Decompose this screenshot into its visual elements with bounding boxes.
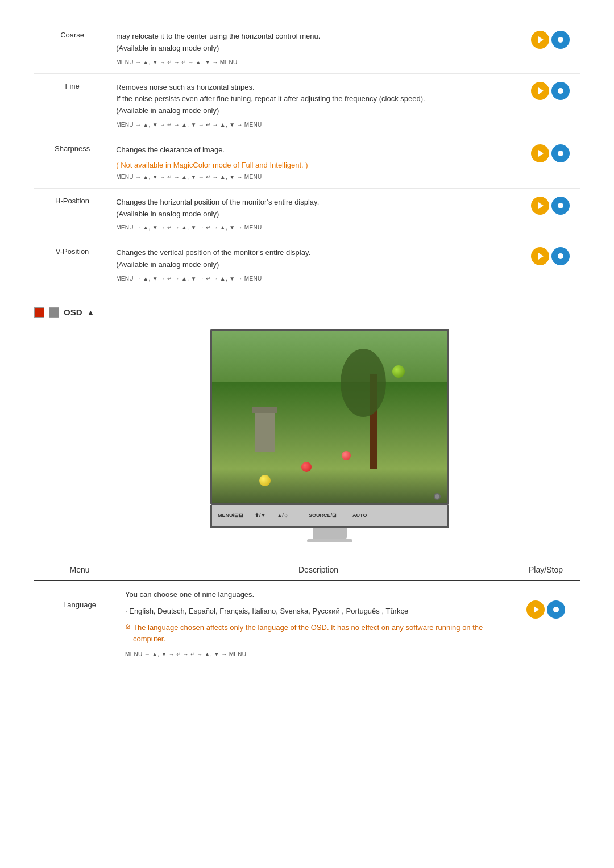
desc-main-0: may relocate it to the center using the …: [116, 31, 516, 55]
menu-label-4: V-Position: [34, 239, 110, 290]
bezel-source-label: SOURCE/⊡: [309, 512, 337, 518]
action-cell-2: [521, 136, 580, 188]
language-nav-path: MENU → ▲, ▼ → ↵ → ↵ → ▲, ▼ → MENU: [125, 650, 512, 659]
menu-label-1: Fine: [34, 73, 110, 136]
menu-label-3: H-Position: [34, 188, 110, 239]
play-btn-0[interactable]: [531, 31, 549, 49]
language-list: · English, Deutsch, Español, Français, I…: [125, 606, 512, 617]
header-description: Description: [125, 565, 512, 574]
bezel-menu-label: MENU/⊟⊟: [218, 512, 243, 518]
action-cell-4: [521, 239, 580, 290]
stop-btn-1[interactable]: [551, 82, 570, 100]
play-btn-4[interactable]: [531, 247, 549, 265]
nav-path-0: MENU → ▲, ▼ → ↵ → ↵ → ▲, ▼ → MENU: [116, 59, 516, 65]
language-menu-label: Language: [34, 589, 125, 609]
desc-cell-1: Removes noise such as horizontal stripes…: [110, 73, 521, 136]
osd-up-arrow: ▲: [87, 308, 95, 317]
stop-btn-4[interactable]: [551, 247, 570, 265]
settings-table: Coarsemay relocate it to the center usin…: [34, 23, 580, 290]
desc-note-2: ( Not available in MagicColor mode of Fu…: [116, 161, 516, 169]
note-marker-icon: ※: [125, 622, 131, 646]
bezel-nav-label: ⬆/▼: [255, 512, 265, 518]
desc-main-3: Changes the horizontal position of the m…: [116, 197, 516, 220]
language-row: Language You can choose one of nine lang…: [34, 581, 580, 667]
desc-main-4: Changes the vertical position of the mon…: [116, 247, 516, 271]
header-menu: Menu: [34, 565, 125, 574]
play-btn-2[interactable]: [531, 144, 549, 162]
desc-cell-2: Changes the clearance of image.( Not ava…: [110, 136, 521, 188]
monitor-base: [307, 539, 352, 542]
language-desc-main: You can choose one of nine languages.: [125, 589, 512, 601]
language-buttons: [512, 589, 580, 619]
header-playstop: Play/Stop: [512, 565, 580, 574]
osd-section-header: OSD ▲: [34, 307, 580, 318]
desc-main-1: Removes noise such as horizontal stripes…: [116, 82, 516, 117]
monitor-bezel: MENU/⊟⊟ ⬆/▼ ▲/☼ SOURCE/⊡ AUTO: [210, 505, 449, 528]
osd-label: OSD: [64, 307, 82, 317]
nav-path-2: MENU → ▲, ▼ → ↵ → ▲, ▼ → ↵ → ▲, ▼ → MENU: [116, 174, 516, 180]
nav-path-3: MENU → ▲, ▼ → ↵ → ▲, ▼ → ↵ → ▲, ▼ → MENU: [116, 224, 516, 231]
monitor-stand: [313, 528, 347, 539]
bezel-auto-label: AUTO: [352, 512, 367, 518]
stop-btn-2[interactable]: [551, 144, 570, 162]
desc-cell-0: may relocate it to the center using the …: [110, 23, 521, 73]
desc-main-2: Changes the clearance of image.: [116, 144, 516, 156]
nav-path-1: MENU → ▲, ▼ → ↵ → ▲, ▼ → ↵ → ▲, ▼ → MENU: [116, 122, 516, 128]
osd-table: Menu Description Play/Stop Language You …: [34, 560, 580, 667]
stop-btn-3[interactable]: [551, 197, 570, 215]
menu-label-2: Sharpness: [34, 136, 110, 188]
desc-cell-4: Changes the vertical position of the mon…: [110, 239, 521, 290]
osd-gray-box: [49, 307, 59, 318]
monitor-screen: [210, 329, 449, 505]
osd-red-box: [34, 307, 44, 318]
action-cell-1: [521, 73, 580, 136]
language-note: The language chosen affects only the lan…: [133, 622, 512, 646]
stop-btn-0[interactable]: [551, 31, 570, 49]
language-stop-button[interactable]: [547, 600, 565, 619]
desc-cell-3: Changes the horizontal position of the m…: [110, 188, 521, 239]
action-cell-0: [521, 23, 580, 73]
menu-label-0: Coarse: [34, 23, 110, 73]
play-btn-3[interactable]: [531, 197, 549, 215]
osd-table-header: Menu Description Play/Stop: [34, 560, 580, 581]
language-description: You can choose one of nine languages. · …: [125, 589, 512, 659]
nav-path-4: MENU → ▲, ▼ → ↵ → ▲, ▼ → ↵ → ▲, ▼ → MENU: [116, 276, 516, 282]
monitor-display: MENU/⊟⊟ ⬆/▼ ▲/☼ SOURCE/⊡ AUTO: [80, 329, 580, 542]
language-play-button[interactable]: [526, 600, 545, 619]
play-btn-1[interactable]: [531, 82, 549, 100]
action-cell-3: [521, 188, 580, 239]
language-note-wrapper: ※ The language chosen affects only the l…: [125, 622, 512, 646]
bezel-bright-label: ▲/☼: [277, 512, 288, 518]
